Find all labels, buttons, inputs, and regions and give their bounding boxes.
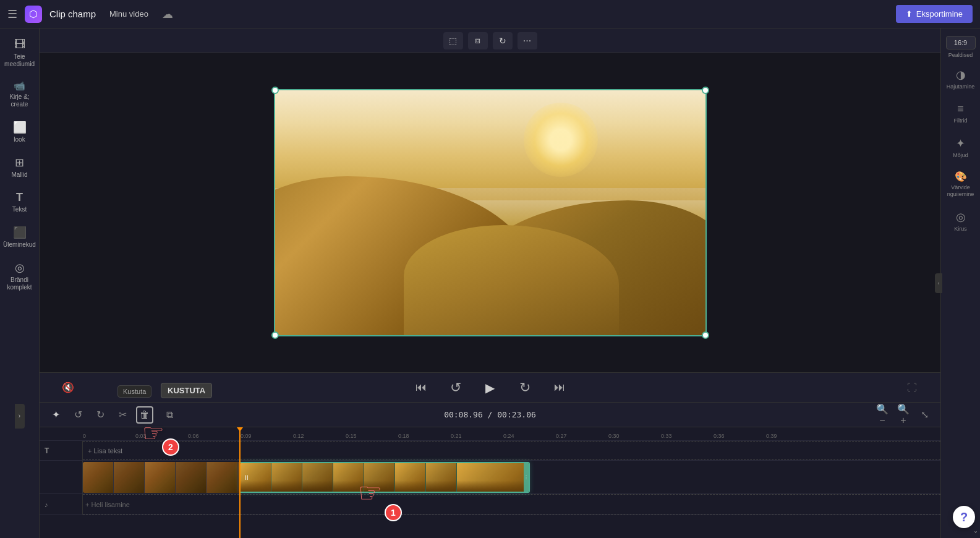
text-track-label: T: [40, 441, 83, 460]
kirus-icon: ◎: [956, 210, 966, 224]
help-button[interactable]: ?: [953, 506, 975, 528]
handle-top-left[interactable]: [271, 87, 279, 94]
ulemine-icon: ⬛: [13, 226, 27, 239]
topbar: ☰ ⬡ Clip champ Minu video ☁ ⬆ Eksportimi…: [0, 0, 980, 28]
kirus-label: Kirus: [954, 226, 967, 233]
more-tool-button[interactable]: ···: [518, 32, 537, 49]
text-track-content[interactable]: + Lisa tekst: [83, 441, 940, 460]
right-tool-filtrid[interactable]: ≡ Filtrid: [944, 98, 978, 129]
handle-bottom-right[interactable]: [702, 331, 709, 339]
sidebar-label-look: look: [14, 136, 25, 143]
fit-icon: ⤡: [921, 409, 929, 421]
sel-thumb-8: [457, 463, 529, 492]
undo-icon: ↺: [74, 409, 82, 421]
sidebar-expand-toggle[interactable]: ›: [15, 404, 25, 429]
copy-button[interactable]: ⧉: [161, 406, 178, 424]
cut-button[interactable]: ✂: [114, 406, 131, 424]
add-audio-label: + Heli lisamine: [85, 501, 130, 508]
fullscreen-button[interactable]: ⛶: [902, 378, 922, 398]
playhead-triangle: [237, 427, 243, 432]
sidebar-label-brand: Brändi komplekt: [5, 276, 35, 291]
zoom-out-icon: 🔍−: [874, 403, 891, 426]
menu-icon[interactable]: ☰: [7, 7, 17, 21]
redo-button[interactable]: ↻: [92, 406, 109, 424]
crop-tool-button[interactable]: ⬚: [443, 32, 463, 49]
split-icon: ✦: [52, 409, 60, 421]
minu-video-button[interactable]: Minu video: [103, 7, 155, 21]
more-icon: ···: [523, 35, 531, 46]
sidebar-item-media[interactable]: 🎞 Teie meediumid: [2, 33, 37, 73]
left-sidebar: 🎞 Teie meediumid 📹 Kirje &; create ⬜ loo…: [0, 28, 40, 538]
tekst-icon: T: [16, 191, 23, 204]
brand-icon: ◎: [15, 261, 25, 275]
rotate-tool-button[interactable]: ↻: [493, 32, 513, 49]
undo-button[interactable]: ↺: [69, 406, 87, 424]
sidebar-label-ulemine: Üleminekud: [3, 241, 36, 249]
clip-pause-icon: ⏸: [243, 474, 250, 481]
export-button[interactable]: ⬆ Eksportimine: [896, 5, 973, 23]
sidebar-item-tekst[interactable]: T Tekst: [2, 186, 37, 218]
fit-timeline-button[interactable]: ⤡: [916, 406, 933, 424]
sidebar-item-look[interactable]: ⬜ look: [2, 116, 37, 148]
video-frame: [274, 89, 707, 336]
video-track-row: ⏸ ⋮: [40, 461, 940, 494]
skip-back-button[interactable]: ⏮: [411, 378, 431, 398]
delete-button[interactable]: 🗑: [136, 406, 153, 424]
center-area: ⬚ ⧈ ↻ ···: [40, 28, 940, 538]
zoom-out-button[interactable]: 🔍−: [874, 406, 891, 424]
sidebar-item-ulemine[interactable]: ⬛ Üleminekud: [2, 221, 37, 254]
ruler-mark-39: 0:39: [766, 433, 777, 439]
varvimine-icon: 🎨: [955, 171, 967, 182]
sidebar-label-record: Kirje &; create: [5, 93, 35, 108]
right-tool-kirus[interactable]: ◎ Kirus: [944, 205, 978, 237]
audio-track-label: ♪: [40, 494, 83, 515]
ruler-marks-container: 0 0:03 0:06 0:09 0:12 0:15 0:18 0:21 0:2…: [83, 427, 940, 440]
sel-thumb-4: [333, 463, 364, 492]
handle-dots: ⋮: [524, 475, 529, 480]
chevron-down-icon[interactable]: ˅: [974, 531, 978, 538]
sidebar-item-mallid[interactable]: ⊞ Mallid: [2, 151, 37, 184]
sidebar-item-brand[interactable]: ◎ Brändi komplekt: [2, 256, 37, 296]
video-clip-selected[interactable]: ⏸ ⋮: [239, 462, 530, 493]
handle-bottom-left[interactable]: [271, 331, 279, 339]
handle-top-right[interactable]: [702, 87, 709, 94]
rewind-button[interactable]: ↺: [446, 378, 466, 398]
text-track-row: T + Lisa tekst: [40, 441, 940, 461]
audio-track-content[interactable]: + Heli lisamine: [83, 494, 940, 515]
play-button[interactable]: ▶: [480, 378, 500, 398]
video-clip-before[interactable]: [83, 462, 239, 493]
ruler-mark-06: 0:06: [188, 433, 199, 439]
clip-thumb-before-4: [176, 462, 207, 493]
ruler-mark-30: 0:30: [608, 433, 620, 439]
pip-tool-button[interactable]: ⧈: [468, 32, 488, 49]
mallid-icon: ⊞: [15, 156, 24, 169]
clip-thumb-before-2: [114, 462, 145, 493]
ruler-mark-18: 0:18: [398, 433, 409, 439]
right-tool-varvimine[interactable]: 🎨 Värvidenguiiemine: [944, 166, 978, 203]
ruler-mark-15: 0:15: [346, 433, 357, 439]
timeline-zoom: 🔍− 🔍+ ⤡: [874, 406, 933, 424]
sidebar-item-record[interactable]: 📹 Kirje &; create: [2, 75, 37, 113]
mute-button[interactable]: 🔇: [58, 378, 78, 398]
video-track-label: [40, 461, 83, 493]
ruler-mark-27: 0:27: [556, 433, 567, 439]
skip-fwd-button[interactable]: ⏭: [550, 378, 569, 398]
split-tool-button[interactable]: ✦: [47, 406, 64, 424]
zoom-in-button[interactable]: 🔍+: [895, 406, 912, 424]
clip-end-handle[interactable]: ⋮: [524, 463, 529, 492]
copy-icon: ⧉: [166, 409, 173, 421]
look-icon: ⬜: [13, 121, 27, 134]
video-canvas: [40, 53, 940, 372]
ruler-mark-03: 0:03: [135, 433, 147, 439]
right-tool-hajutamine[interactable]: ◑ Hajutamine: [944, 63, 978, 95]
right-tool-mojud[interactable]: ✦ Mõjud: [944, 132, 978, 164]
ruler-mark-33: 0:33: [661, 433, 672, 439]
aspect-ratio-button[interactable]: 16:9: [946, 36, 976, 49]
ruler-mark-09: 0:09: [241, 433, 252, 439]
sidebar-label-tekst: Tekst: [12, 206, 27, 213]
right-panel-expand[interactable]: ‹: [935, 273, 942, 293]
tooltip-big: KUSTUTA: [161, 383, 212, 398]
preview-toolbar: ⬚ ⧈ ↻ ···: [40, 28, 940, 53]
add-text-label: + Lisa tekst: [88, 447, 122, 455]
forward-button[interactable]: ↻: [515, 378, 535, 398]
